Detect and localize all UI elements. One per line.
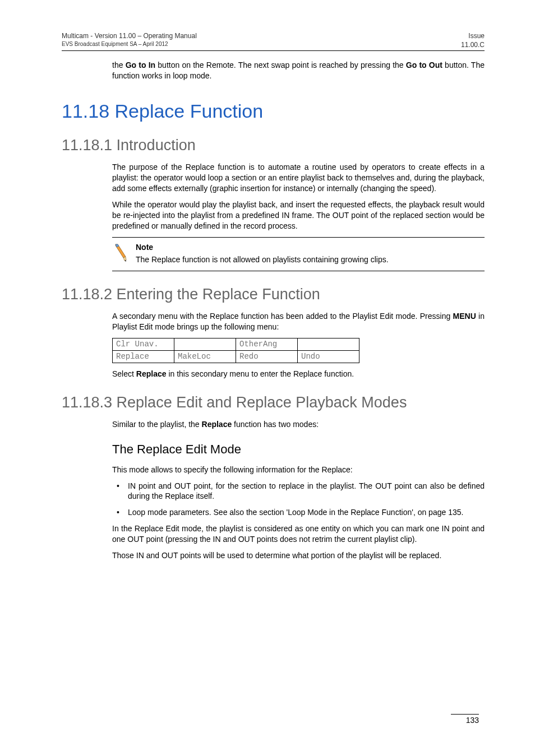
paragraph: In the Replace Edit mode, the playlist i… <box>112 523 485 545</box>
bold-replace: Replace <box>136 369 167 378</box>
heading-replace-edit-mode: The Replace Edit Mode <box>112 442 485 457</box>
text: A secondary menu with the Replace functi… <box>112 312 453 321</box>
list-item: Loop mode parameters. See also the secti… <box>112 507 485 518</box>
paragraph: The purpose of the Replace function is t… <box>112 162 485 194</box>
menu-cell: Undo <box>298 350 359 363</box>
text: Select <box>112 369 136 378</box>
note-inner: Note The Replace function is not allowed… <box>112 242 485 266</box>
text: the <box>112 61 126 69</box>
text: button on the Remote. The next swap poin… <box>155 61 406 69</box>
bold-replace: Replace <box>202 420 232 429</box>
header-title: Multicam - Version 11.00 – Operating Man… <box>62 31 197 40</box>
section-edit-mode: This mode allows to specify the followin… <box>112 465 485 561</box>
header-left: Multicam - Version 11.00 – Operating Man… <box>62 31 197 49</box>
menu-cell: Redo <box>236 350 298 363</box>
menu-table: Clr Unav. OtherAng Replace MakeLoc Redo … <box>112 338 359 363</box>
section-introduction: The purpose of the Replace function is t… <box>112 162 485 231</box>
continued-paragraph: the Go to In button on the Remote. The n… <box>112 60 485 81</box>
menu-cell: Replace <box>113 350 174 363</box>
header-right: Issue 11.00.C <box>461 31 485 49</box>
table-row: Clr Unav. OtherAng <box>113 338 359 351</box>
paragraph: Those IN and OUT points will be used to … <box>112 550 485 561</box>
note-label: Note <box>136 242 389 253</box>
page-number-rule <box>451 714 479 715</box>
header-issue-value: 11.00.C <box>461 40 485 49</box>
heading-entering-replace: 11.18.2 Entering the Replace Function <box>62 286 485 303</box>
heading-replace-function: 11.18 Replace Function <box>62 100 485 122</box>
bullet-list: IN point and OUT point, for the section … <box>112 481 485 518</box>
text: in this secondary menu to enter the Repl… <box>167 369 354 378</box>
list-item: IN point and OUT point, for the section … <box>112 481 485 502</box>
menu-cell <box>174 338 236 351</box>
note-text: Note The Replace function is not allowed… <box>136 242 389 266</box>
heading-edit-playback-modes: 11.18.3 Replace Edit and Replace Playbac… <box>62 394 485 411</box>
section-modes-intro: Similar to the playlist, the Replace fun… <box>112 419 485 430</box>
bold-go-to-in: Go to In <box>126 61 155 69</box>
text: function has two modes: <box>232 420 319 429</box>
note-block: Note The Replace function is not allowed… <box>112 237 485 272</box>
page-number-block: 133 <box>451 714 479 725</box>
menu-cell: Clr Unav. <box>113 338 174 351</box>
page-root: Multicam - Version 11.00 – Operating Man… <box>0 0 535 756</box>
bold-menu: MENU <box>453 312 476 321</box>
header-subtitle: EVS Broadcast Equipment SA – April 2012 <box>62 40 197 48</box>
paragraph: While the operator would play the playli… <box>112 200 485 231</box>
heading-introduction: 11.18.1 Introduction <box>62 137 485 154</box>
page-header: Multicam - Version 11.00 – Operating Man… <box>62 31 485 49</box>
header-issue-label: Issue <box>461 31 485 40</box>
header-rule <box>62 50 485 51</box>
section-entering: A secondary menu with the Replace functi… <box>112 311 485 379</box>
menu-cell: MakeLoc <box>174 350 236 363</box>
bold-go-to-out: Go to Out <box>406 61 442 69</box>
pencil-icon <box>112 242 128 265</box>
page-number: 133 <box>451 716 479 725</box>
table-row: Replace MakeLoc Redo Undo <box>113 350 359 363</box>
paragraph: This mode allows to specify the followin… <box>112 465 485 475</box>
text: Similar to the playlist, the <box>112 420 202 429</box>
menu-cell: OtherAng <box>236 338 298 351</box>
note-body: The Replace function is not allowed on p… <box>136 255 389 264</box>
menu-cell <box>298 338 359 351</box>
